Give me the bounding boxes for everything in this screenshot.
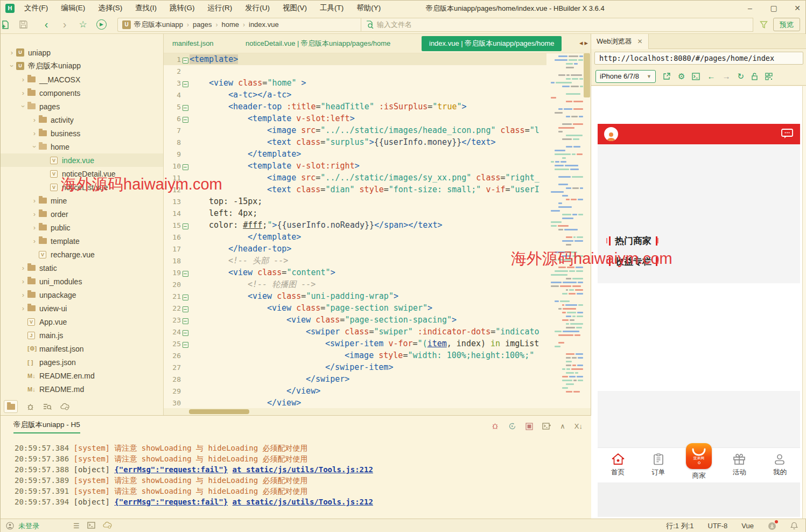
bookmark-star-button[interactable]: ☆ <box>74 19 92 30</box>
console-source-link[interactable]: at static/js/utils/Tools.js:212 <box>233 465 373 474</box>
menu-item[interactable]: 工具(T) <box>314 2 349 15</box>
clear-console-icon[interactable]: X↓ <box>574 422 583 430</box>
chevron-right-icon[interactable]: › <box>19 264 27 272</box>
tree-item-uview-ui[interactable]: ›uview-ui <box>1 302 163 315</box>
outline-list-icon[interactable]: ☰ <box>73 522 80 530</box>
browser-back-icon[interactable]: ← <box>707 72 715 80</box>
close-button[interactable]: ✕ <box>793 4 802 12</box>
new-terminal-icon[interactable] <box>542 423 551 430</box>
tree-item-components[interactable]: ›components <box>1 86 163 100</box>
avatar-icon[interactable] <box>604 127 618 141</box>
refresh-icon[interactable]: ↻ <box>737 72 744 80</box>
tabbar-item-商家[interactable]: 亚米网商家 <box>678 448 719 482</box>
menu-item[interactable]: 编辑(E) <box>55 2 90 15</box>
menu-item[interactable]: 帮助(Y) <box>351 2 386 15</box>
tree-item-____uniapp[interactable]: ›U帝启版本uniapp <box>1 59 163 73</box>
tree-item-__MACOSX[interactable]: ›__MACOSX <box>1 73 163 86</box>
tree-item-index.vue[interactable]: Vindex.vue <box>1 153 163 167</box>
minimize-button[interactable]: – <box>745 4 755 12</box>
fold-marker[interactable]: − <box>181 291 190 302</box>
tree-item-README.en.md[interactable]: M↓README.en.md <box>1 369 163 382</box>
chevron-right-icon[interactable]: › <box>19 75 27 83</box>
collapse-panel-icon[interactable]: ∧ <box>560 422 565 430</box>
tree-item-manifest.json[interactable]: [⚙]manifest.json <box>1 342 163 355</box>
search-results-tab-button[interactable] <box>43 403 52 411</box>
tree-item-mine[interactable]: ›mine <box>1 194 163 207</box>
editor-tab[interactable]: index.vue | 帝启版本uniapp/pages/home <box>422 36 562 51</box>
menu-item[interactable]: 查找(I) <box>130 2 162 15</box>
tree-item-unpackage[interactable]: ›unpackage <box>1 288 163 302</box>
menu-item[interactable]: 跳转(G) <box>164 2 200 15</box>
fold-marker[interactable]: − <box>181 161 190 171</box>
tree-item-main.js[interactable]: Jmain.js <box>1 328 163 342</box>
tree-item-recharge.vue[interactable]: Vrecharge.vue <box>1 248 163 261</box>
tree-item-README.md[interactable]: M↓README.md <box>1 382 163 396</box>
tree-item-uni_modules[interactable]: ›uni_modules <box>1 275 163 288</box>
chevron-right-icon[interactable]: › <box>30 210 39 218</box>
console-source-link[interactable]: at static/js/utils/Tools.js:212 <box>233 498 373 506</box>
breadcrumb-segment[interactable]: home <box>221 20 239 29</box>
device-select[interactable]: iPhone 6/7/8 ▼ <box>595 70 656 83</box>
tree-item-pages.json[interactable]: [ ]pages.json <box>1 355 163 369</box>
chevron-right-icon[interactable]: › <box>30 129 39 137</box>
console-tab[interactable]: 帝启版本uniapp - H5 <box>13 420 80 433</box>
console-error-link[interactable]: {"errMsg":"request:fail"} <box>114 498 228 506</box>
tree-item-uniapp[interactable]: ›Uuniapp <box>1 46 163 59</box>
chevron-right-icon[interactable]: › <box>30 116 39 124</box>
message-icon[interactable] <box>781 128 794 140</box>
tree-item-business[interactable]: ›business <box>1 127 163 140</box>
code-editor[interactable]: ◂▸ manifest.jsonnoticeDetail.vue | 帝启版本u… <box>164 34 591 415</box>
tabbar-item-订单[interactable]: 订单 <box>638 448 678 482</box>
debug-tab-button[interactable] <box>26 403 34 411</box>
tree-item-activity[interactable]: ›activity <box>1 113 163 127</box>
qrcode-icon[interactable] <box>765 73 773 80</box>
tab-scroll-arrows[interactable]: ◂▸ <box>579 39 590 47</box>
language-mode[interactable]: Vue <box>741 522 754 530</box>
run-button[interactable]: ▶ <box>96 19 107 30</box>
console-terminal-icon[interactable] <box>692 73 700 80</box>
new-file-button[interactable] <box>1 20 19 30</box>
lock-icon[interactable] <box>751 73 758 80</box>
menu-item[interactable]: 文件(F) <box>19 2 53 15</box>
open-external-icon[interactable] <box>663 72 671 80</box>
breadcrumb-segment[interactable]: index.vue <box>249 20 279 29</box>
fold-marker[interactable]: − <box>181 220 190 230</box>
preview-button[interactable]: 预览 <box>773 18 800 31</box>
forward-button[interactable]: › <box>55 18 74 31</box>
chevron-right-icon[interactable]: › <box>30 197 39 205</box>
fold-marker[interactable]: − <box>181 102 190 112</box>
minimap[interactable] <box>546 53 591 408</box>
editor-tab[interactable]: manifest.json <box>172 34 214 53</box>
restart-icon[interactable] <box>508 422 516 430</box>
editor-tab[interactable]: noticeDetail.vue | 帝启版本uniapp/pages/home <box>246 34 390 53</box>
tree-item-static[interactable]: ›static <box>1 261 163 275</box>
fold-marker[interactable]: − <box>181 54 190 65</box>
tabbar-item-首页[interactable]: 首页 <box>598 448 638 482</box>
menu-item[interactable]: 发行(U) <box>240 2 275 15</box>
fold-marker[interactable]: − <box>181 78 190 88</box>
chevron-down-icon[interactable]: › <box>31 143 39 151</box>
tree-item-App.vue[interactable]: VApp.vue <box>1 315 163 328</box>
chevron-right-icon[interactable]: › <box>30 223 39 232</box>
menu-item[interactable]: 视图(V) <box>277 2 312 15</box>
chevron-right-icon[interactable]: › <box>19 304 27 312</box>
stop-icon[interactable] <box>525 423 533 430</box>
settings-gear-icon[interactable]: ⚙ <box>678 72 685 80</box>
fold-marker[interactable]: − <box>181 114 190 124</box>
bell-icon[interactable] <box>790 522 798 530</box>
chevron-right-icon[interactable]: › <box>19 291 27 299</box>
chevron-right-icon[interactable]: › <box>8 48 16 57</box>
horizontal-scrollbar-thumb[interactable] <box>189 409 249 414</box>
fold-marker[interactable]: − <box>181 327 190 337</box>
close-icon[interactable]: ✕ <box>637 38 643 45</box>
save-button[interactable] <box>19 20 37 29</box>
menu-item[interactable]: 运行(R) <box>202 2 238 15</box>
chevron-right-icon[interactable]: › <box>19 277 27 285</box>
fold-marker[interactable]: − <box>181 303 190 313</box>
browser-tab[interactable]: Web浏览器 ✕ <box>591 34 649 49</box>
console-error-link[interactable]: {"errMsg":"request:fail"} <box>114 465 228 474</box>
filter-funnel-icon[interactable] <box>760 20 768 29</box>
chevron-down-icon[interactable]: › <box>19 102 27 111</box>
viewport-scrollbar[interactable] <box>802 86 806 519</box>
terminal-icon[interactable] <box>87 522 95 530</box>
